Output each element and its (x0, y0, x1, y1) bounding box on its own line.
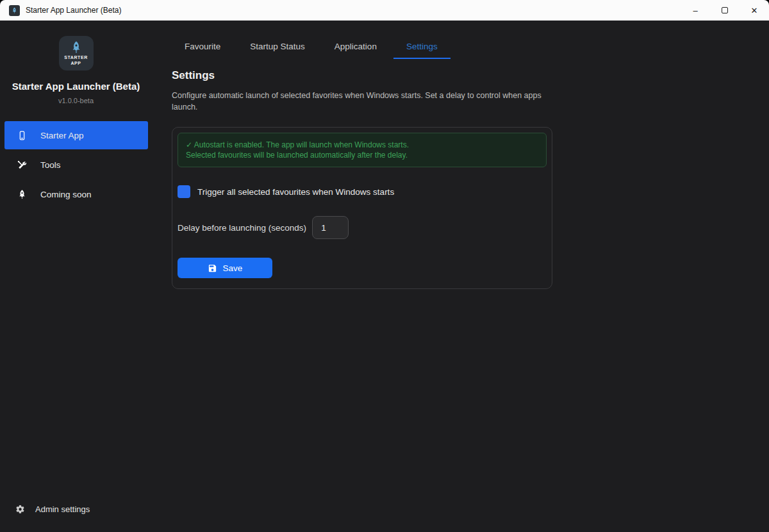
rocket-icon (16, 188, 28, 200)
minimize-button[interactable]: – (681, 0, 710, 21)
sidebar-item-starter-app[interactable]: Starter App (4, 121, 148, 149)
window-title: Starter App Launcher (Beta) (26, 6, 121, 15)
app-logo: STARTER APP (59, 36, 94, 71)
page-description: Configure automatic launch of selected f… (172, 90, 547, 113)
close-button[interactable]: ✕ (740, 0, 769, 21)
delay-input[interactable] (312, 216, 349, 239)
trigger-favourites-checkbox[interactable] (178, 185, 190, 198)
rocket-icon (69, 40, 83, 54)
app-icon (9, 5, 20, 16)
notice-line2: Selected favourites will be launched aut… (186, 150, 538, 160)
main-content: Favourite Startup Status Application Set… (152, 21, 769, 532)
app-body: STARTER APP Starter App Launcher (Beta) … (0, 21, 769, 532)
window-controls: – ✕ (681, 0, 769, 21)
delay-label: Delay before launching (seconds) (178, 223, 306, 233)
sidebar-item-label: Starter App (40, 131, 84, 140)
logo-text-line2: APP (70, 61, 81, 66)
trigger-favourites-label: Trigger all selected favourites when Win… (197, 187, 394, 197)
tab-bar: Favourite Startup Status Application Set… (172, 35, 769, 59)
save-button-label: Save (223, 263, 243, 273)
sidebar-item-coming-soon[interactable]: Coming soon (4, 180, 148, 208)
sidebar-header: STARTER APP Starter App Launcher (Beta) … (0, 36, 152, 104)
save-floppy-icon (208, 263, 217, 273)
sidebar-nav: Starter App Tools Coming soon (0, 121, 152, 210)
titlebar-left: Starter App Launcher (Beta) (0, 5, 681, 16)
app-window: Starter App Launcher (Beta) – ✕ STARTER … (0, 0, 769, 532)
page-title: Settings (172, 69, 769, 82)
trigger-favourites-checkbox-row[interactable]: Trigger all selected favourites when Win… (178, 185, 547, 198)
save-button[interactable]: Save (178, 258, 272, 278)
notice-line1: ✓ Autostart is enabled. The app will lau… (186, 140, 538, 150)
sidebar-item-label: Tools (40, 160, 61, 170)
rocket-icon (11, 7, 18, 14)
mobile-phone-icon (16, 129, 28, 141)
sidebar-app-version: v1.0.0-beta (58, 97, 94, 104)
tab-application[interactable]: Application (322, 35, 390, 59)
gear-icon (15, 504, 25, 514)
maximize-icon (722, 7, 728, 13)
maximize-button[interactable] (710, 0, 740, 21)
settings-card: ✓ Autostart is enabled. The app will lau… (172, 127, 552, 289)
tab-startup-status[interactable]: Startup Status (237, 35, 318, 59)
autostart-status-notice: ✓ Autostart is enabled. The app will lau… (178, 133, 547, 167)
sidebar-app-name: Starter App Launcher (Beta) (12, 81, 140, 92)
delay-row: Delay before launching (seconds) (178, 216, 547, 239)
admin-settings-button[interactable]: Admin settings (0, 504, 152, 532)
tools-icon (16, 159, 28, 170)
sidebar-spacer (0, 210, 152, 504)
tab-favourite[interactable]: Favourite (172, 35, 233, 59)
sidebar-item-label: Coming soon (40, 190, 92, 199)
tab-settings[interactable]: Settings (393, 35, 451, 59)
sidebar: STARTER APP Starter App Launcher (Beta) … (0, 21, 152, 532)
admin-settings-label: Admin settings (35, 504, 90, 514)
logo-text-line1: STARTER (64, 55, 88, 60)
window-titlebar: Starter App Launcher (Beta) – ✕ (0, 0, 769, 21)
sidebar-item-tools[interactable]: Tools (4, 151, 148, 179)
